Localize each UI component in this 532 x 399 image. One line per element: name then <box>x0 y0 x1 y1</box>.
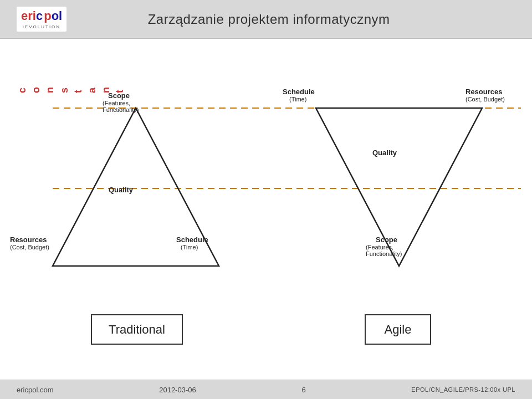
trad-quality-label: Quality <box>109 186 133 194</box>
traditional-box: Traditional <box>91 314 183 345</box>
header: e ri c p ol iEVOLUTION Zarządzanie proje… <box>0 0 532 39</box>
footer: ericpol.com 2012-03-06 6 EPOL/CN_AGILE/P… <box>0 380 532 399</box>
logo-area: e ri c p ol iEVOLUTION <box>17 7 66 32</box>
logo-box: e ri c p ol iEVOLUTION <box>17 7 66 32</box>
trad-scope-label: Scope <box>108 91 130 100</box>
footer-left: ericpol.com <box>17 386 53 394</box>
logo-ric: ri <box>28 9 36 23</box>
footer-right: EPOL/CN_AGILE/PRS-12:00x UPL <box>411 386 515 393</box>
trad-schedule-sub: (Time) <box>181 244 198 250</box>
header-title: Zarządzanie projektem informatycznym <box>148 12 390 27</box>
agile-quality-label: Quality <box>372 149 397 157</box>
trad-scope-sub: (Features,Functionality) <box>103 100 139 113</box>
logo-pol-ol: ol <box>52 9 63 23</box>
trad-resources-label: Resources <box>10 236 47 244</box>
agile-box: Agile <box>365 314 431 345</box>
footer-page: 6 <box>301 386 305 394</box>
svg-marker-3 <box>316 108 482 266</box>
logo-c: c <box>36 9 43 23</box>
agile-scope-sub: (Features,Functionality) <box>366 244 402 257</box>
agile-resources-sub: (Cost, Budget) <box>466 96 505 103</box>
logo-subtitle: iEVOLUTION <box>21 24 62 29</box>
trad-schedule-label: Schedule <box>176 236 208 244</box>
footer-date: 2012-03-06 <box>159 386 196 394</box>
main-content: constant Scope (Features,Functionality) … <box>0 39 532 380</box>
traditional-label: Traditional <box>109 323 165 337</box>
agile-scope-label: Scope <box>376 236 397 244</box>
diagram-svg <box>0 78 532 338</box>
agile-schedule-sub: (Time) <box>289 96 306 103</box>
agile-resources-label: Resources <box>466 88 502 96</box>
logo-e: e <box>21 9 28 23</box>
agile-label: Agile <box>385 323 412 337</box>
logo-pol-p: p <box>44 9 51 23</box>
trad-resources-sub: (Cost, Budget) <box>10 244 49 250</box>
agile-schedule-label: Schedule <box>283 88 315 96</box>
